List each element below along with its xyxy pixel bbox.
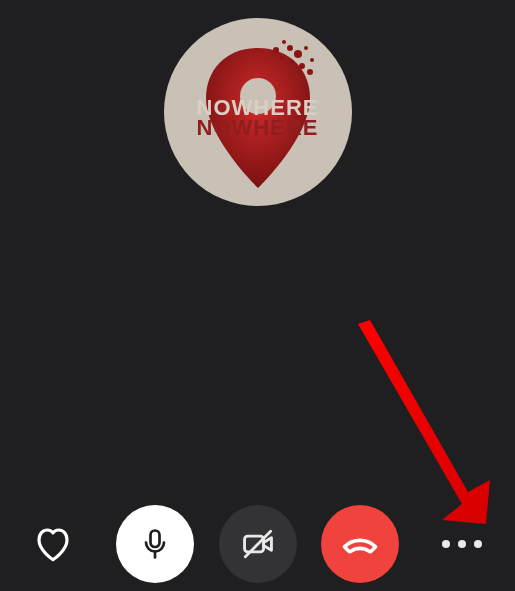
- svg-point-9: [280, 56, 284, 60]
- microphone-button[interactable]: [116, 505, 194, 583]
- svg-point-1: [287, 45, 293, 51]
- call-screen: NOWHERE NOWHERE: [0, 0, 515, 591]
- svg-point-10: [307, 69, 313, 75]
- phone-hangup-icon: [338, 522, 382, 566]
- microphone-icon: [137, 526, 173, 562]
- heart-icon: [32, 523, 74, 565]
- video-off-icon: [239, 525, 277, 563]
- svg-point-4: [282, 40, 286, 44]
- svg-point-7: [273, 47, 279, 53]
- svg-point-5: [299, 63, 305, 69]
- contact-avatar: NOWHERE NOWHERE: [164, 18, 352, 206]
- more-horizontal-icon: [442, 540, 482, 548]
- call-controls: [0, 505, 515, 583]
- avatar-text-line2: NOWHERE: [197, 118, 319, 138]
- svg-point-8: [290, 60, 294, 64]
- more-options-button[interactable]: [411, 540, 513, 548]
- svg-point-2: [294, 50, 302, 58]
- video-button[interactable]: [219, 505, 297, 583]
- svg-rect-11: [151, 531, 160, 548]
- svg-point-6: [310, 58, 314, 62]
- avatar-text: NOWHERE NOWHERE: [197, 98, 319, 138]
- react-button[interactable]: [2, 523, 104, 565]
- svg-marker-15: [358, 320, 490, 524]
- end-call-button[interactable]: [321, 505, 399, 583]
- svg-point-3: [304, 46, 308, 50]
